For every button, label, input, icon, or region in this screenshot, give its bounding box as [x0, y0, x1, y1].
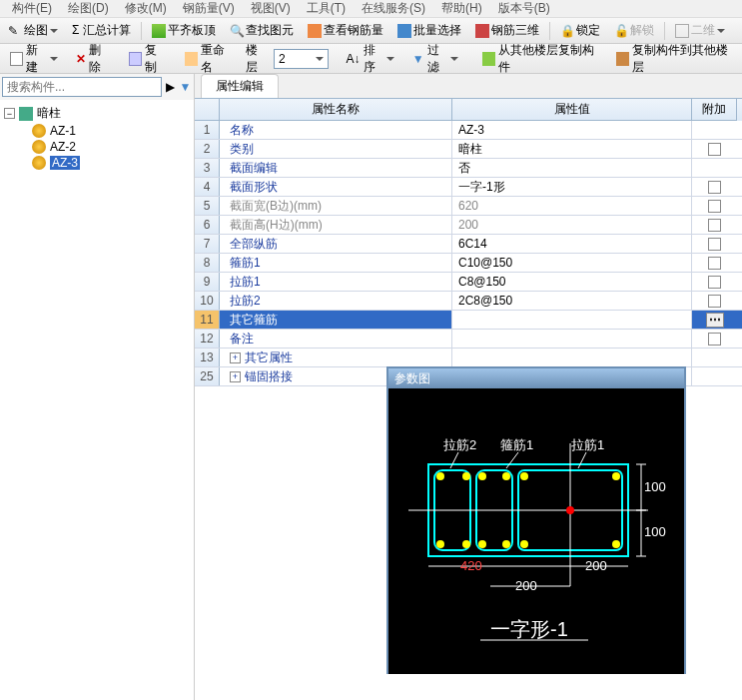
cell-name[interactable]: 截面形状 — [220, 178, 452, 196]
grid-row[interactable]: 5截面宽(B边)(mm)620 — [195, 197, 742, 216]
cell-name[interactable]: 类别 — [220, 140, 452, 158]
cell-value[interactable]: 2C8@150 — [452, 292, 692, 310]
checkbox[interactable] — [708, 257, 721, 270]
menu-item[interactable]: 修改(M) — [117, 0, 175, 17]
rebar-btn[interactable]: 查看钢筋量 — [304, 20, 387, 41]
diagram-window[interactable]: 参数图 — [386, 366, 686, 674]
diagram-title[interactable]: 参数图 — [388, 368, 684, 388]
collapse-icon[interactable]: − — [4, 108, 15, 119]
draw-btn[interactable]: ✎绘图 — [4, 20, 62, 41]
cell-name[interactable]: 截面高(H边)(mm) — [220, 216, 452, 234]
cell-value[interactable]: 一字-1形 — [452, 178, 692, 196]
delete-btn[interactable]: ✕删除 — [70, 40, 116, 78]
cell-ext[interactable] — [692, 254, 737, 272]
cell-value[interactable]: AZ-3 — [452, 121, 692, 139]
cell-ext[interactable] — [692, 349, 737, 366]
tree-root[interactable]: − 暗柱 — [4, 104, 190, 123]
cell-name[interactable]: 备注 — [220, 330, 452, 348]
cell-name[interactable]: 拉筋2 — [220, 292, 452, 310]
sort-btn[interactable]: A↓排序 — [341, 40, 400, 78]
cell-value[interactable]: C8@150 — [452, 273, 692, 291]
cell-value[interactable]: C10@150 — [452, 254, 692, 272]
grid-row[interactable]: 13+其它属性 — [195, 349, 742, 367]
cell-ext[interactable] — [692, 197, 737, 215]
rename-btn[interactable]: 重命名 — [179, 40, 240, 78]
checkbox[interactable] — [708, 238, 721, 251]
grid-row[interactable]: 12备注 — [195, 330, 742, 349]
tree-item[interactable]: AZ-2 — [32, 139, 190, 155]
view2d-btn[interactable]: 二维 — [671, 20, 729, 41]
calc-btn[interactable]: Σ 汇总计算 — [68, 20, 135, 41]
checkbox[interactable] — [708, 143, 721, 156]
menu-item[interactable]: 构件(E) — [4, 0, 60, 17]
cell-name[interactable]: 拉筋1 — [220, 273, 452, 291]
expand-icon[interactable]: + — [230, 352, 241, 363]
grid-row[interactable]: 10拉筋22C8@150 — [195, 292, 742, 311]
grid-row[interactable]: 4截面形状一字-1形 — [195, 178, 742, 197]
cell-value[interactable] — [452, 349, 692, 366]
checkbox[interactable] — [708, 181, 721, 194]
copy-btn[interactable]: 复制 — [123, 40, 173, 78]
cell-name[interactable]: 截面宽(B边)(mm) — [220, 197, 452, 215]
copy-from-btn[interactable]: 从其他楼层复制构件 — [476, 40, 604, 78]
menu-item[interactable]: 视图(V) — [243, 0, 299, 17]
grid-row[interactable]: 6截面高(H边)(mm)200 — [195, 216, 742, 235]
floor-select[interactable]: 2 — [274, 49, 329, 69]
grid-row[interactable]: 9拉筋1C8@150 — [195, 273, 742, 292]
checkbox[interactable] — [708, 276, 721, 289]
cell-name[interactable]: 其它箍筋 — [220, 311, 452, 329]
menu-item[interactable]: 钢筋量(V) — [175, 0, 243, 17]
copy-to-btn[interactable]: 复制构件到其他楼层 — [610, 40, 738, 78]
tree-item[interactable]: AZ-3 — [32, 155, 190, 171]
cell-ext[interactable] — [692, 216, 737, 234]
grid-row[interactable]: 8箍筋1C10@150 — [195, 254, 742, 273]
filter-btn[interactable]: ▼过滤 — [406, 40, 464, 78]
menu-item[interactable]: 版本号(B) — [490, 0, 558, 17]
cell-name[interactable]: +其它属性 — [220, 349, 452, 366]
grid-row[interactable]: 11其它箍筋⋯ — [195, 311, 742, 330]
cell-name[interactable]: 箍筋1 — [220, 254, 452, 272]
ellipsis-button[interactable]: ⋯ — [706, 313, 724, 328]
cell-value[interactable]: 620 — [452, 197, 692, 215]
search-input[interactable] — [2, 77, 162, 97]
cell-ext[interactable] — [692, 159, 737, 177]
cell-value[interactable]: 200 — [452, 216, 692, 234]
cell-value[interactable]: 6C14 — [452, 235, 692, 253]
new-btn[interactable]: 新建 — [4, 40, 64, 78]
checkbox[interactable] — [708, 219, 721, 232]
unlock-btn[interactable]: 🔓解锁 — [610, 20, 658, 41]
tree-item[interactable]: AZ-1 — [32, 123, 190, 139]
cell-value[interactable]: 否 — [452, 159, 692, 177]
grid-row[interactable]: 7全部纵筋6C14 — [195, 235, 742, 254]
tab-properties[interactable]: 属性编辑 — [201, 74, 279, 98]
find-btn[interactable]: 🔍查找图元 — [226, 20, 298, 41]
cell-ext[interactable] — [692, 178, 737, 196]
expand-icon[interactable]: + — [230, 371, 241, 382]
search-go-icon[interactable]: ▶ — [164, 80, 177, 94]
grid-row[interactable]: 2类别暗柱 — [195, 140, 742, 159]
batch-btn[interactable]: 批量选择 — [393, 20, 465, 41]
cell-name[interactable]: 名称 — [220, 121, 452, 139]
cell-name[interactable]: 截面编辑 — [220, 159, 452, 177]
cell-value[interactable] — [452, 311, 692, 329]
menu-item[interactable]: 工具(T) — [299, 0, 354, 17]
menu-item[interactable]: 绘图(D) — [60, 0, 117, 17]
cell-name[interactable]: 全部纵筋 — [220, 235, 452, 253]
cell-ext[interactable] — [692, 330, 737, 348]
cell-ext[interactable] — [692, 273, 737, 291]
cell-ext[interactable] — [692, 292, 737, 310]
menu-item[interactable]: 帮助(H) — [433, 0, 490, 17]
cell-ext[interactable] — [692, 235, 737, 253]
cell-ext[interactable]: ⋯ — [692, 311, 737, 329]
grid-row[interactable]: 3截面编辑否 — [195, 159, 742, 178]
checkbox[interactable] — [708, 333, 721, 346]
search-filter-icon[interactable]: ▼ — [179, 80, 192, 94]
cell-ext[interactable] — [692, 140, 737, 158]
flat-btn[interactable]: 平齐板顶 — [148, 20, 220, 41]
cell-value[interactable] — [452, 330, 692, 348]
grid-row[interactable]: 1名称AZ-3 — [195, 121, 742, 140]
cell-value[interactable]: 暗柱 — [452, 140, 692, 158]
cell-ext[interactable] — [692, 121, 737, 139]
lock-btn[interactable]: 🔒锁定 — [556, 20, 604, 41]
checkbox[interactable] — [708, 295, 721, 308]
